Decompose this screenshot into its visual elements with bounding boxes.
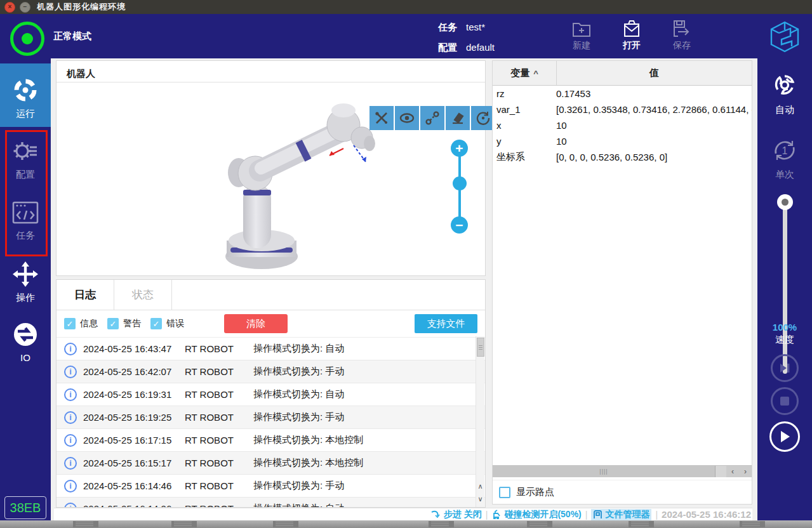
log-message: 操作模式切换为: 自动 [253, 503, 344, 508]
new-button[interactable]: 新建 [561, 19, 602, 51]
log-time: 2024-05-25 16:19:31 [83, 389, 185, 400]
stop-button[interactable] [771, 387, 799, 415]
open-button[interactable]: 打开 [611, 19, 652, 51]
info-checkbox-label: 信息 [80, 318, 98, 329]
run-icon [0, 77, 51, 103]
log-message: 操作模式切换为: 本地控制 [253, 457, 363, 469]
log-time: 2024-05-25 16:17:15 [83, 435, 185, 446]
auto-mode-button[interactable]: 自动 [757, 70, 812, 116]
log-time: 2024-05-25 16:14:36 [83, 503, 185, 508]
window-minimize-button[interactable]: − [20, 2, 30, 13]
log-row[interactable]: i2024-05-25 16:14:36RT ROBOT操作模式切换为: 自动 [57, 498, 485, 508]
zoom-in-button[interactable]: + [451, 140, 468, 157]
log-source: RT ROBOT [185, 480, 253, 491]
step-status[interactable]: 步进 关闭 [431, 509, 482, 520]
warning-checkbox-label: 警告 [123, 318, 141, 329]
scroll-left-icon[interactable]: ‹ [726, 466, 739, 477]
app-header: 正常模式 任务test* 配置default 新建 打开 保存 [0, 14, 812, 58]
task-field: 任务test* [438, 22, 485, 34]
save-button[interactable]: 保存 [662, 19, 702, 51]
warning-checkbox[interactable] [107, 318, 119, 329]
visibility-button[interactable] [395, 106, 419, 130]
tools-icon [374, 110, 389, 126]
robot-panel-title: 机器人 [57, 61, 485, 82]
play-button[interactable] [769, 421, 800, 452]
tab-log[interactable]: 日志 [57, 280, 114, 310]
scroll-right-icon[interactable]: › [739, 466, 752, 477]
config-value: default [466, 42, 495, 53]
log-list[interactable]: i2024-05-25 16:43:47RT ROBOT操作模式切换为: 自动 … [57, 338, 485, 508]
step-forward-button[interactable] [771, 354, 799, 382]
speed-slider-thumb[interactable] [777, 194, 793, 210]
info-icon: i [64, 457, 77, 470]
log-message: 操作模式切换为: 本地控制 [253, 434, 363, 446]
variable-value: 10 [556, 136, 752, 147]
log-source: RT ROBOT [185, 343, 253, 354]
collision-icon [491, 510, 502, 519]
single-run-button[interactable]: 1 单次 [757, 136, 812, 181]
svg-text:1: 1 [782, 145, 788, 156]
brand-logo-icon [766, 18, 803, 55]
log-time: 2024-05-25 16:19:25 [83, 412, 185, 423]
column-variable[interactable]: 变量 ^ [493, 61, 557, 85]
log-row[interactable]: i2024-05-25 16:15:17RT ROBOT操作模式切换为: 本地控… [57, 452, 485, 475]
log-row[interactable]: i2024-05-25 16:42:07RT ROBOT操作模式切换为: 手动 [57, 360, 485, 383]
sidebar-item-run[interactable]: 运行 [0, 63, 51, 127]
log-row[interactable]: i2024-05-25 16:17:15RT ROBOT操作模式切换为: 本地控… [57, 429, 485, 452]
tools-button[interactable] [369, 106, 394, 130]
log-message: 操作模式切换为: 自动 [253, 343, 344, 355]
sidebar-item-operate[interactable]: 操作 [0, 261, 51, 304]
right-sidebar: 自动 1 单次 100% 速度 [757, 58, 812, 520]
window-title: 机器人图形化编程环境 [37, 1, 126, 13]
collision-status[interactable]: 碰撞检测开启(50%) [491, 509, 581, 520]
config-label: 配置 [438, 42, 457, 53]
log-filter-row: 信息 警告 错误 清除 支持文件 [57, 310, 485, 338]
status-badge: 38EB [4, 496, 46, 519]
variable-row[interactable]: var_1[0.3261, 0.35348, 0.73416, 2.72866,… [493, 102, 752, 117]
clear-button[interactable]: 清除 [224, 314, 288, 333]
error-checkbox[interactable] [150, 318, 162, 329]
log-row[interactable]: i2024-05-25 16:19:31RT ROBOT操作模式切换为: 自动 [57, 383, 485, 406]
log-row[interactable]: i2024-05-25 16:19:25RT ROBOT操作模式切换为: 手动 [57, 406, 485, 429]
open-file-icon [611, 19, 652, 38]
path-icon [425, 110, 440, 126]
file-manager-button[interactable]: 文件管理器 [591, 509, 651, 520]
variable-row[interactable]: rz0.17453 [493, 86, 752, 102]
variable-row[interactable]: x10 [493, 117, 752, 133]
erase-button[interactable] [446, 106, 470, 130]
speed-slider-track[interactable] [783, 206, 787, 374]
log-row[interactable]: i2024-05-25 16:14:46RT ROBOT操作模式切换为: 手动 [57, 475, 485, 498]
log-scrollbar-arrows[interactable]: ∧∨ [476, 480, 484, 505]
variable-name: 坐标系 [493, 151, 556, 163]
log-row[interactable]: i2024-05-25 16:43:47RT ROBOT操作模式切换为: 自动 [57, 338, 485, 360]
show-waypoints-checkbox[interactable] [499, 487, 510, 498]
support-files-button[interactable]: 支持文件 [415, 314, 477, 333]
stop-icon [780, 396, 790, 406]
hscrollbar-thumb[interactable]: |||| [493, 466, 715, 477]
log-source: RT ROBOT [185, 412, 253, 423]
sidebar-item-io[interactable]: IO [0, 322, 51, 363]
mode-label: 正常模式 [53, 14, 91, 58]
path-button[interactable] [420, 106, 444, 130]
log-source: RT ROBOT [185, 503, 253, 508]
info-checkbox[interactable] [64, 318, 76, 329]
tab-status[interactable]: 状态 [114, 280, 172, 310]
scroll-down-icon[interactable]: ∨ [476, 492, 484, 505]
log-scrollbar-thumb[interactable] [477, 338, 484, 357]
window-close-button[interactable]: × [4, 2, 15, 13]
log-tabs: 日志 状态 [57, 280, 485, 310]
zoom-slider-thumb[interactable] [453, 176, 467, 190]
save-icon [662, 19, 702, 38]
variable-row[interactable]: 坐标系[0, 0, 0, 0.5236, 0.5236, 0] [493, 149, 752, 165]
variable-value: 0.17453 [556, 88, 752, 99]
variables-hscrollbar[interactable]: |||| ‹ › [493, 465, 752, 477]
info-icon: i [64, 366, 77, 378]
variable-row[interactable]: y10 [493, 133, 752, 149]
column-value[interactable]: 值 [557, 61, 752, 85]
zoom-out-button[interactable]: − [451, 216, 468, 234]
info-icon: i [64, 480, 77, 492]
scroll-up-icon[interactable]: ∧ [476, 480, 484, 492]
log-message: 操作模式切换为: 手动 [253, 411, 344, 423]
log-time: 2024-05-25 16:43:47 [83, 343, 185, 354]
speed-value: 100% [757, 321, 812, 333]
